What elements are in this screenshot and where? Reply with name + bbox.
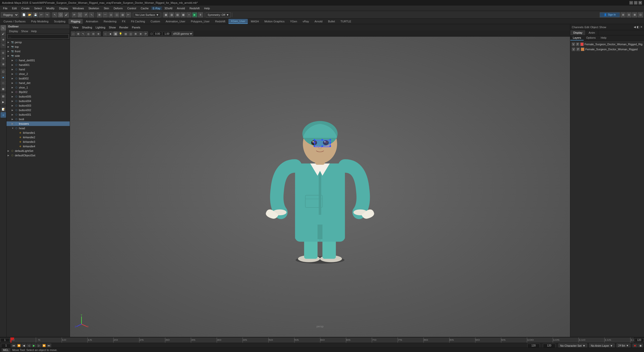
vp-menu-show[interactable]: Show — [107, 25, 117, 29]
vp-ao-btn[interactable]: ◫ — [128, 31, 133, 36]
outliner-item-defaultlightset[interactable]: ▶ ⬡ defaultLightSet — [7, 149, 70, 153]
outliner-item-button003[interactable]: ▶ ⬡ button003 — [7, 103, 70, 108]
tab-turtle[interactable]: TURTLE — [338, 19, 354, 24]
object-label[interactable]: Object — [590, 26, 598, 29]
vp-frame-btn[interactable]: ⊟ — [91, 31, 96, 36]
tab-curves-surfaces[interactable]: Curves / Surfaces — [1, 19, 28, 24]
shading-tool-icon[interactable]: ■ — [1, 74, 6, 80]
grid-tool-icon[interactable]: ⊞ — [1, 61, 6, 67]
channels-label[interactable]: Channels — [572, 26, 583, 29]
tab-polygons-user[interactable]: Polygons_User — [188, 19, 212, 24]
outliner-item-button004[interactable]: ▶ ⬡ button004 — [7, 99, 70, 103]
display-tool-icon[interactable]: ◫ — [1, 69, 6, 74]
vp-exposure-input[interactable] — [153, 32, 162, 36]
menu-cache[interactable]: Cache — [139, 6, 151, 10]
outliner-item-defaultobjectset[interactable]: ▶ ⬡ defaultObjectSet — [7, 153, 70, 158]
layout-btn-2[interactable]: ⊟ — [626, 12, 631, 17]
anim-icon[interactable]: ⊛ — [1, 112, 6, 118]
no-anim-layer-dropdown[interactable]: No Anim Layer ▼ — [589, 343, 615, 348]
render-btn-6[interactable]: ▶ — [192, 12, 197, 17]
vp-shadow-btn[interactable]: ▤ — [123, 31, 128, 36]
menu-control[interactable]: Control — [125, 6, 138, 10]
pb-record-btn[interactable]: ◉ — [638, 343, 643, 348]
vp-cam-btn[interactable]: 🎥 — [71, 31, 75, 36]
layer-item-model[interactable]: V P Female_Surgeon_Doctor_Woman_Rigged — [570, 47, 644, 52]
tab-display[interactable]: Display — [570, 30, 586, 35]
subtab-layers[interactable]: Layers — [570, 35, 584, 40]
vp-ik-btn[interactable]: ⟳ — [143, 31, 148, 36]
vp-menu-lighting[interactable]: Lighting — [94, 25, 107, 29]
tab-animation-user[interactable]: Animation_User — [163, 19, 188, 24]
layout-btn-1[interactable]: ⊞ — [621, 12, 626, 17]
snap-surface-button[interactable]: ▤ — [120, 12, 125, 17]
layer-visibility-rig[interactable]: V — [572, 42, 575, 46]
select-tool-icon[interactable]: ↖ — [1, 25, 6, 31]
menu-display[interactable]: Display — [57, 6, 70, 10]
menu-edit[interactable]: Edit — [10, 6, 19, 10]
vp-smooth-btn[interactable]: ■ — [108, 31, 113, 36]
sign-in-button[interactable]: 👤 Sign In — [600, 12, 620, 17]
close-button[interactable]: ✕ — [638, 1, 642, 5]
render-btn-5[interactable]: ▪ — [186, 12, 191, 17]
tab-poly-modeling[interactable]: Poly Modeling — [28, 19, 51, 24]
scale-button[interactable]: ⤡ — [89, 12, 94, 17]
tab-rendering[interactable]: Rendering — [101, 19, 119, 24]
outliner-menu-display[interactable]: Display — [8, 29, 20, 33]
outliner-item-hand-det[interactable]: ▶ ⬡ hand_det — [7, 81, 70, 85]
tab-bullet[interactable]: Bullet — [326, 19, 338, 24]
rotate-button[interactable]: ↺ — [83, 12, 88, 17]
tab-animation[interactable]: Animation — [83, 19, 101, 24]
panel-corner-icon-2[interactable]: ◧ — [637, 25, 639, 29]
vp-color-profile-select[interactable]: sRGB gamma — [172, 31, 193, 36]
paint-select-button[interactable]: 🖌 — [64, 12, 69, 17]
tab-mash[interactable]: MASH — [248, 19, 261, 24]
outliner-item-front[interactable]: ▶ 📷 front — [7, 49, 70, 54]
menu-file[interactable]: File — [1, 6, 10, 10]
vp-light-btn[interactable]: 💡 — [118, 31, 123, 36]
mode-dropdown[interactable]: Rigging — [1, 12, 19, 17]
outliner-item-blp002[interactable]: ▶ ⬡ Blp002 — [7, 90, 70, 94]
menu-deform[interactable]: Deform — [112, 6, 125, 10]
layout-btn-4[interactable]: ⊡ — [638, 12, 643, 17]
outliner-item-hand001[interactable]: ▶ ⬡ hand001 — [7, 63, 70, 67]
render-btn-3[interactable]: ▨ — [175, 12, 180, 17]
render-btn-2[interactable]: ▧ — [169, 12, 174, 17]
vp-joint-btn[interactable]: ⊕ — [138, 31, 143, 36]
tab-anim[interactable]: Anim — [586, 30, 598, 35]
outliner-item-persp[interactable]: ▶ 📷 persp — [7, 40, 70, 45]
pb-step-forward[interactable]: ⏩ — [42, 343, 46, 348]
panel-corner-icon-1[interactable]: ◀ — [634, 25, 636, 29]
layer-playback-rig[interactable]: P — [576, 42, 579, 46]
vp-ortho-btn[interactable]: ⊞ — [76, 31, 80, 36]
save-scene-button[interactable]: 💾 — [33, 12, 38, 17]
tab-custom[interactable]: Custom — [148, 19, 163, 24]
playback-start-frame[interactable] — [1, 344, 11, 348]
menu-select[interactable]: Select — [32, 6, 44, 10]
vp-texture-btn[interactable]: ▦ — [113, 31, 118, 36]
show-label[interactable]: Show — [599, 26, 606, 29]
menu-modify[interactable]: Modify — [44, 6, 56, 10]
outliner-item-ikhandle1[interactable]: ⊕ ikHandle1 — [7, 130, 70, 135]
snap-tool-icon[interactable]: ◎ — [1, 50, 6, 55]
snap-point-button[interactable]: ◎ — [108, 12, 113, 17]
vp-menu-view[interactable]: View — [71, 25, 80, 29]
outliner-item-button001[interactable]: ▶ ⬡ button001 — [7, 112, 70, 117]
layer-playback-model[interactable]: P — [576, 48, 580, 51]
render-btn-1[interactable]: ▦ — [163, 12, 168, 17]
menu-skeleton[interactable]: Skeleton — [86, 6, 101, 10]
minimize-button[interactable]: — — [629, 1, 633, 5]
symmetry-badge[interactable]: Symmetry: Off ▼ — [206, 12, 231, 17]
snap-edge-button[interactable]: ⊢ — [126, 12, 131, 17]
undo-button[interactable]: ↩ — [39, 12, 44, 17]
pb-rewind-start[interactable]: ⏮ — [12, 343, 16, 348]
vp-isolate-btn[interactable]: ◎ — [86, 31, 91, 36]
render-btn-4[interactable]: ▩ — [181, 12, 186, 17]
outliner-item-trousers[interactable]: ▶ ⬡ trousers — [7, 121, 70, 126]
pb-step-back[interactable]: ⏪ — [17, 343, 21, 348]
outliner-item-head[interactable]: ▼ ⬡ head — [7, 126, 70, 130]
outliner-item-ikhandle3[interactable]: ⊕ ikHandle3 — [7, 140, 70, 144]
render-region-icon[interactable]: ▤ — [1, 93, 6, 99]
tab-fx[interactable]: FX — [119, 19, 128, 24]
outliner-item-button005[interactable]: ▶ ⬡ button005 — [7, 94, 70, 99]
pb-play-forward[interactable]: ▶ — [32, 343, 36, 348]
